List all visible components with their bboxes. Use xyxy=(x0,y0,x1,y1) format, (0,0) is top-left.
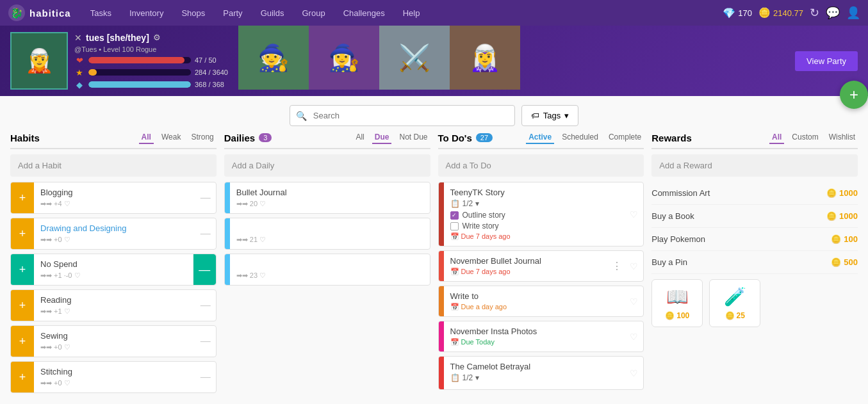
profile-icon[interactable]: 👤 xyxy=(846,6,860,20)
habit-plus-btn[interactable]: + xyxy=(11,290,34,321)
reward-cost-value: 100 xyxy=(844,234,858,244)
gold-count[interactable]: 🪙 2140.77 xyxy=(758,7,803,19)
dailies-title: Dailies xyxy=(224,133,255,143)
habit-plus-btn[interactable]: + xyxy=(11,254,34,285)
add-reward-row[interactable]: Add a Reward xyxy=(651,154,858,177)
dailies-filter-due[interactable]: Due xyxy=(372,131,392,144)
reward-card-1[interactable]: 📖 🪙 100 xyxy=(651,279,703,327)
todo-heart-icon[interactable]: ♡ xyxy=(630,368,638,378)
gem-count[interactable]: 💎 170 xyxy=(723,7,752,19)
message-icon[interactable]: 💬 xyxy=(826,6,840,20)
subtask-checkbox[interactable] xyxy=(450,222,459,230)
habit-remove-btn[interactable]: — xyxy=(195,335,216,347)
add-daily-row[interactable]: Add a Daily xyxy=(224,154,430,177)
add-todo-row[interactable]: Add a To Do xyxy=(438,154,644,177)
todo-due: 📅 Due 7 days ago xyxy=(450,232,619,241)
hp-row: ❤ 47 / 50 xyxy=(74,56,228,65)
reward-coin-icon: 🪙 xyxy=(826,211,837,221)
dailies-filter-notdue[interactable]: Not Due xyxy=(397,131,430,144)
habits-filter-weak[interactable]: Weak xyxy=(159,131,183,144)
todo-name[interactable]: November Bullet Journal xyxy=(450,256,598,266)
view-party-button[interactable]: View Party xyxy=(795,51,858,71)
nav-tasks[interactable]: Tasks xyxy=(81,0,120,26)
subtask-item[interactable]: Write story xyxy=(450,222,619,230)
daily-content: ➡➡ 23 ♡ xyxy=(230,254,430,285)
reward-item[interactable]: Play Pokemon 🪙 100 xyxy=(651,228,858,251)
habit-item: + Sewing ➡➡ +0 ♡ — xyxy=(10,325,217,357)
habit-remove-btn[interactable]: — xyxy=(195,371,216,383)
reward-item[interactable]: Buy a Pin 🪙 500 xyxy=(651,251,858,274)
todo-heart-icon[interactable]: ♡ xyxy=(630,209,638,220)
party-member-4[interactable]: 🧝‍♀️ xyxy=(450,26,520,90)
todo-name[interactable]: November Insta Photos xyxy=(450,327,619,336)
todo-name[interactable]: The Camelot Betrayal xyxy=(450,362,619,371)
party-member-3[interactable]: ⚔️ xyxy=(379,26,450,90)
add-habit-row[interactable]: Add a Habit xyxy=(10,154,217,177)
rewards-title: Rewards xyxy=(651,133,692,143)
habits-list: + Blogging ➡➡ +4 ♡ — + Drawing and Desig… xyxy=(10,182,217,397)
todo-heart-icon[interactable]: ♡ xyxy=(630,261,638,271)
nav-help[interactable]: Help xyxy=(394,0,429,26)
habit-plus-btn[interactable]: + xyxy=(11,218,34,249)
habit-plus-btn[interactable]: + xyxy=(11,362,34,392)
nav-group[interactable]: Group xyxy=(293,0,334,26)
todo-content: The Camelot Betrayal 📋 1/2 ▾ xyxy=(444,357,625,389)
todo-more-icon[interactable]: ⋮ xyxy=(609,257,625,275)
todos-column: To Do's 27 Active Scheduled Complete Add… xyxy=(434,131,648,394)
add-fab-button[interactable]: + xyxy=(840,81,868,109)
habit-minus-btn[interactable]: — xyxy=(193,254,216,285)
nav-inventory[interactable]: Inventory xyxy=(120,0,172,26)
daily-item: Bullet Journal ➡➡ 20 ♡ xyxy=(224,182,430,214)
habit-remove-btn[interactable]: — xyxy=(195,192,216,204)
habits-header: Habits All Weak Strong xyxy=(10,131,217,149)
player-avatar[interactable]: 🧝 xyxy=(10,32,68,90)
dailies-filter-all[interactable]: All xyxy=(353,131,366,144)
reward-card-2[interactable]: 🧪 🪙 25 xyxy=(709,279,760,327)
nav-party[interactable]: Party xyxy=(214,0,251,26)
mp-fill xyxy=(88,81,191,88)
todo-name[interactable]: TeenyTK Story xyxy=(450,188,619,197)
rewards-filter-all[interactable]: All xyxy=(769,131,784,144)
todo-heart-icon[interactable]: ♡ xyxy=(630,296,638,307)
habit-plus-btn[interactable]: + xyxy=(11,182,34,213)
reward-cards: 📖 🪙 100 🧪 🪙 25 xyxy=(651,279,858,327)
nav-shops[interactable]: Shops xyxy=(172,0,214,26)
dailies-column: Dailies 3 All Due Not Due Add a Daily Bu… xyxy=(220,131,434,289)
habit-remove-btn[interactable]: — xyxy=(195,300,216,311)
dismiss-button[interactable]: ✕ xyxy=(74,33,82,43)
rewards-filter-wishlist[interactable]: Wishlist xyxy=(826,131,858,144)
reward-card-icon-2: 🧪 xyxy=(724,286,746,307)
habit-remove-btn[interactable]: — xyxy=(195,228,216,239)
reward-item[interactable]: Commission Art 🪙 1000 xyxy=(651,182,858,205)
habit-plus-btn[interactable]: + xyxy=(11,326,34,357)
hp-icon: ❤ xyxy=(74,56,85,65)
habits-filter-strong[interactable]: Strong xyxy=(188,131,216,144)
tags-button[interactable]: 🏷 Tags ▾ xyxy=(521,105,578,126)
todos-filter-active[interactable]: Active xyxy=(526,131,554,144)
player-card: 🧝 ✕ tues [she/they] ⚙ @Tues • Level 100 … xyxy=(0,26,238,96)
reward-item[interactable]: Buy a Book 🪙 1000 xyxy=(651,205,858,228)
reward-name: Buy a Pin xyxy=(651,257,831,267)
party-member-1[interactable]: 🧙 xyxy=(238,26,309,90)
nav-guilds[interactable]: Guilds xyxy=(252,0,293,26)
todos-badge: 27 xyxy=(476,133,493,142)
todo-name[interactable]: Write to xyxy=(450,291,619,301)
todos-filter-complete[interactable]: Complete xyxy=(606,131,644,144)
party-member-2[interactable]: 🧙‍♀️ xyxy=(309,26,379,90)
mp-bar xyxy=(88,81,191,88)
todos-filter-scheduled[interactable]: Scheduled xyxy=(559,131,601,144)
nav-challenges[interactable]: Challenges xyxy=(334,0,394,26)
logo[interactable]: 🐉 habitica xyxy=(8,4,71,22)
subtask-checkbox[interactable]: ✓ xyxy=(450,211,459,220)
search-input[interactable] xyxy=(290,105,515,126)
rewards-filter-custom[interactable]: Custom xyxy=(789,131,821,144)
habit-content: Sewing ➡➡ +0 ♡ xyxy=(34,327,195,355)
subtask-item[interactable]: ✓ Outline story xyxy=(450,211,619,220)
settings-icon[interactable]: ⚙ xyxy=(153,33,161,42)
todo-heart-icon[interactable]: ♡ xyxy=(630,332,638,342)
daily-name xyxy=(236,259,423,269)
todo-subtask-count[interactable]: 📋 1/2 ▾ xyxy=(450,373,619,382)
refresh-icon[interactable]: ↻ xyxy=(810,6,819,20)
habits-filter-all[interactable]: All xyxy=(139,131,154,144)
todo-subtask-count[interactable]: 📋 1/2 ▾ xyxy=(450,199,619,208)
